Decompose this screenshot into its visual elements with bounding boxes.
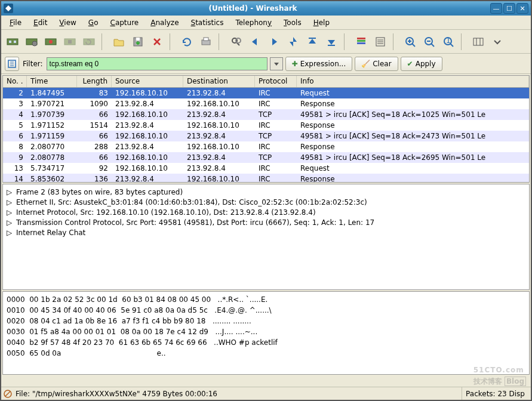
detail-ip[interactable]: ▷Internet Protocol, Src: 192.168.10.10 (…: [7, 207, 525, 217]
expand-icon[interactable]: ▷: [7, 188, 13, 196]
packet-row[interactable]: 145.853602136213.92.8.4192.168.10.10IRCR…: [3, 174, 529, 182]
save-file-icon[interactable]: [129, 33, 147, 51]
packet-row[interactable]: 31.9707211090213.92.8.4192.168.10.10IRCR…: [3, 98, 529, 109]
go-last-icon[interactable]: [322, 33, 340, 51]
packet-bytes-pane[interactable]: 0000 00 1b 2a 02 52 3c 00 1d 60 b3 01 84…: [2, 291, 530, 375]
detail-irc[interactable]: ▷Internet Relay Chat: [7, 227, 525, 237]
packet-cell: TCP: [255, 132, 297, 140]
filter-input[interactable]: [47, 57, 267, 70]
detail-ethernet[interactable]: ▷Ethernet II, Src: AsustekC_b3:01:84 (00…: [7, 197, 525, 207]
packet-cell: 83: [77, 89, 112, 97]
menu-edit[interactable]: Edit: [29, 17, 52, 28]
packet-row[interactable]: 41.97073966192.168.10.10213.92.8.4TCP495…: [3, 109, 529, 120]
svg-line-40: [5, 391, 10, 396]
packet-cell: 192.168.10.10: [183, 100, 255, 108]
hex-row: 0030 01 f5 a8 4a 00 00 01 01 08 0a 00 18…: [7, 328, 257, 336]
apply-button[interactable]: ✔Apply: [401, 57, 442, 71]
packet-cell: TCP: [255, 110, 297, 119]
menu-help[interactable]: Help: [309, 17, 334, 28]
colorize-icon[interactable]: [352, 33, 370, 51]
packet-row[interactable]: 61.97115966192.168.10.10213.92.8.4TCP495…: [3, 131, 529, 141]
expand-icon[interactable]: ▷: [7, 229, 13, 237]
detail-frame[interactable]: ▷Frame 2 (83 bytes on wire, 83 bytes cap…: [7, 187, 525, 197]
expression-button[interactable]: ✚Expression...: [285, 57, 353, 71]
packet-row[interactable]: 135.73471792192.168.10.10213.92.8.4IRCRe…: [3, 163, 529, 174]
menu-analyze[interactable]: Analyze: [146, 17, 183, 28]
packet-cell: IRC: [255, 100, 297, 108]
reload-icon[interactable]: [178, 33, 196, 51]
resize-columns-icon[interactable]: [469, 33, 487, 51]
packet-cell: Response: [297, 121, 529, 129]
clear-button[interactable]: 🧹Clear: [355, 57, 398, 71]
svg-line-26: [412, 44, 415, 47]
menu-file[interactable]: File: [5, 17, 26, 28]
col-destination[interactable]: Destination: [183, 76, 255, 87]
packet-list-pane[interactable]: No. . Time Length Source Destination Pro…: [2, 75, 530, 183]
hex-row: 0020 08 04 c1 ad 1a 0b 8e 16 a7 f3 f1 c4…: [7, 317, 251, 325]
stop-icon[interactable]: [4, 390, 12, 398]
packet-cell: 213.92.8.4: [183, 164, 255, 172]
svg-rect-20: [357, 42, 365, 44]
menu-telephony[interactable]: Telephony: [230, 17, 276, 28]
packet-row[interactable]: 92.08077866192.168.10.10213.92.8.4TCP495…: [3, 152, 529, 163]
close-file-icon[interactable]: [148, 33, 166, 51]
packet-cell: 1090: [77, 100, 112, 108]
menu-go[interactable]: Go: [84, 17, 103, 28]
packet-cell: 213.92.8.4: [112, 175, 183, 182]
packet-cell: 2: [3, 89, 27, 97]
col-info[interactable]: Info: [297, 76, 529, 87]
detail-tcp[interactable]: ▷Transmission Control Protocol, Src Port…: [7, 217, 525, 227]
filter-dropdown-button[interactable]: [270, 57, 283, 70]
menu-statistics[interactable]: Statistics: [186, 17, 229, 28]
minimize-button[interactable]: —: [490, 3, 502, 14]
interfaces-icon[interactable]: [4, 33, 21, 51]
packet-row[interactable]: 51.9711521514213.92.8.4192.168.10.10IRCR…: [3, 120, 529, 131]
packet-cell: IRC: [255, 121, 297, 129]
auto-scroll-icon[interactable]: [371, 33, 389, 51]
restart-capture-icon[interactable]: [80, 33, 98, 51]
window-titlebar: (Untitled) - Wireshark — ☐ ✕: [1, 1, 531, 16]
go-back-icon[interactable]: [246, 33, 264, 51]
expand-icon[interactable]: ▷: [7, 208, 13, 217]
filter-bookmark-button[interactable]: [5, 57, 19, 71]
print-icon[interactable]: [197, 33, 215, 51]
status-bar: File: "/tmp/wiresharkXXXXw5tNXe" 4759 By…: [1, 387, 531, 400]
col-length[interactable]: Length: [77, 76, 112, 87]
packet-row[interactable]: 21.84749583192.168.10.10213.92.8.4IRCReq…: [3, 88, 529, 98]
toolbar-separator: [461, 33, 466, 50]
menu-view[interactable]: View: [54, 17, 81, 28]
zoom-in-icon[interactable]: [401, 33, 419, 51]
packet-cell: 66: [77, 153, 112, 162]
packet-cell: IRC: [255, 175, 297, 182]
expand-icon[interactable]: ▷: [7, 218, 13, 227]
packet-details-pane[interactable]: ▷Frame 2 (83 bytes on wire, 83 bytes cap…: [2, 184, 530, 290]
go-first-icon[interactable]: [303, 33, 321, 51]
maximize-button[interactable]: ☐: [503, 3, 515, 14]
go-to-packet-icon[interactable]: [284, 33, 302, 51]
packet-cell: 66: [77, 132, 112, 140]
close-button[interactable]: ✕: [516, 3, 528, 14]
col-protocol[interactable]: Protocol: [255, 76, 297, 87]
packet-cell: 14: [3, 175, 27, 182]
start-capture-icon[interactable]: [42, 33, 60, 51]
zoom-out-icon[interactable]: [420, 33, 438, 51]
menu-capture[interactable]: Capture: [105, 17, 143, 28]
col-no[interactable]: No. .: [3, 76, 27, 87]
open-file-icon[interactable]: [110, 33, 128, 51]
toolbar-separator: [170, 33, 174, 50]
packet-row[interactable]: 82.080770288213.92.8.4192.168.10.10IRCRe…: [3, 141, 529, 152]
packet-cell: IRC: [255, 143, 297, 151]
col-source[interactable]: Source: [112, 76, 183, 87]
packet-cell: 4: [3, 110, 27, 119]
capture-options-icon[interactable]: [23, 33, 41, 51]
go-forward-icon[interactable]: [265, 33, 283, 51]
toolbar-overflow-icon[interactable]: [488, 33, 506, 51]
find-icon[interactable]: [227, 33, 245, 51]
expand-icon[interactable]: ▷: [7, 198, 13, 206]
menu-tools[interactable]: Tools: [279, 17, 306, 28]
col-time[interactable]: Time: [27, 76, 77, 87]
stop-capture-icon[interactable]: [61, 33, 79, 51]
check-icon: ✔: [407, 60, 413, 68]
zoom-reset-icon[interactable]: 1: [439, 33, 457, 51]
packet-list-body[interactable]: 21.84749583192.168.10.10213.92.8.4IRCReq…: [3, 88, 529, 182]
